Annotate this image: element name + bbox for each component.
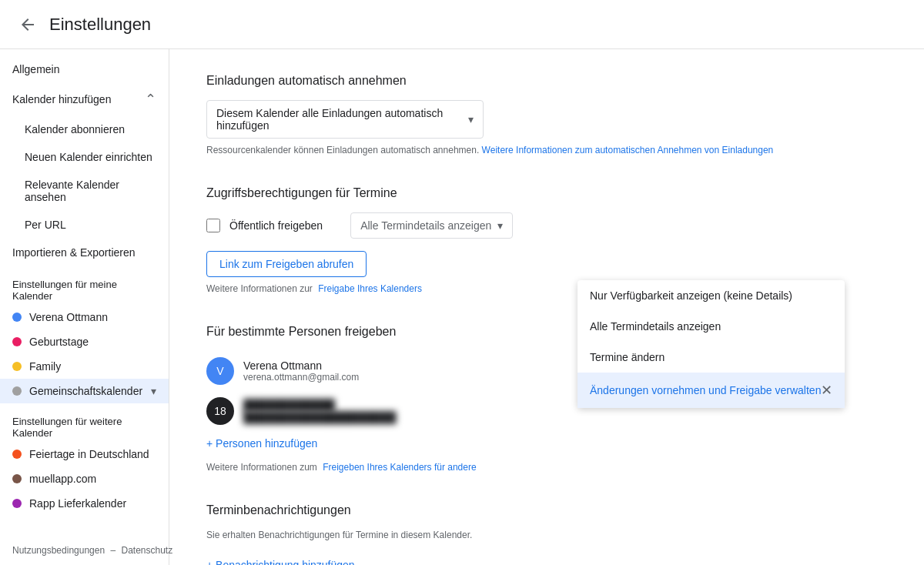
nutzungsbedingungen-link[interactable]: Nutzungsbedingungen <box>12 545 105 556</box>
section-zugriff-title: Zugriffsberechtigungen für Termine <box>206 186 887 200</box>
color-dot-yellow <box>12 362 22 371</box>
sidebar-calendar-rapp[interactable]: Rapp Lieferkalender <box>0 491 169 516</box>
chevron-up-icon: ⌃ <box>145 91 156 108</box>
freigabe-kalender-link[interactable]: Freigabe Ihres Kalenders <box>318 283 422 294</box>
sidebar-calendar-verena[interactable]: Verena Ottmann <box>0 305 169 329</box>
sidebar-calendar-feiertage[interactable]: Feiertage in Deutschland <box>0 442 169 466</box>
sidebar-sub-relevante-kalender[interactable]: Relevante Kalender ansehen <box>0 171 169 211</box>
section-benachrichtigungen-title: Terminbenachrichtigungen <box>206 503 887 517</box>
sidebar-calendar-family[interactable]: Family <box>0 354 169 379</box>
sidebar-calendar-muellapp[interactable]: muellapp.com <box>0 466 169 491</box>
datenschutz-link[interactable]: Datenschutz <box>121 545 172 556</box>
personen-helper: Weitere Informationen zum Freigeben Ihre… <box>206 462 887 473</box>
sidebar-section-weitere-kalender: Einstellungen für weitere Kalender <box>0 403 169 442</box>
oeffentlich-freigeben-row: Öffentlich freigeben Alle Termindetails … <box>206 212 887 239</box>
sidebar-sub-neuen-kalender[interactable]: Neuen Kalender einrichten <box>0 143 169 171</box>
color-dot-grey <box>12 386 22 396</box>
main-content: Einladungen automatisch annehmen Diesem … <box>169 49 924 565</box>
sidebar: Allgemein Kalender hinzufügen ⌃ Kalender… <box>0 49 169 565</box>
sidebar-group-kalender-hinzufuegen[interactable]: Kalender hinzufügen ⌃ <box>0 83 169 115</box>
einladungen-helper: Ressourcenkalender können Einladungen au… <box>206 145 887 155</box>
dropdown-item-termine-aendern[interactable]: Termine ändern <box>578 342 845 373</box>
main-layout: Allgemein Kalender hinzufügen ⌃ Kalender… <box>0 49 924 565</box>
dropdown-item-alle-termindetails[interactable]: Alle Termindetails anzeigen <box>578 311 845 342</box>
color-dot-brown <box>12 474 22 483</box>
sidebar-calendar-geburtstage[interactable]: Geburtstage <box>0 329 169 354</box>
sidebar-section-meine-kalender: Einstellungen für meine Kalender <box>0 266 169 305</box>
color-dot-pink <box>12 337 22 346</box>
einladungen-info-link[interactable]: Weitere Informationen zum automatischen … <box>482 145 774 155</box>
section-zugriff: Zugriffsberechtigungen für Termine Öffen… <box>206 186 887 294</box>
section-einladungen-title: Einladungen automatisch annehmen <box>206 74 887 88</box>
dropdown-right-arrow-icon: ▾ <box>497 219 503 232</box>
oeffentlich-freigeben-checkbox[interactable] <box>206 219 220 232</box>
share-link-button[interactable]: Link zum Freigeben abrufen <box>206 251 367 277</box>
app-header: Einstellungen <box>0 0 924 49</box>
sidebar-item-allgemein[interactable]: Allgemein <box>0 55 169 83</box>
sidebar-calendar-gemeinschaft[interactable]: Gemeinschaftskalender ▾ <box>0 379 169 403</box>
dropdown-item-aenderungen-freigabe[interactable]: Änderungen vornehmen und Freigabe verwal… <box>578 373 845 408</box>
termindetails-dropdown[interactable]: Alle Termindetails anzeigen ▾ <box>350 212 513 239</box>
avatar-verena: V <box>206 357 234 385</box>
add-notification-button[interactable]: + Benachrichtigung hinzufügen <box>206 553 355 565</box>
color-dot-blue <box>12 313 22 322</box>
add-person-button[interactable]: + Personen hinzufügen <box>206 431 317 456</box>
person2-email: ████████████████████ <box>243 411 887 423</box>
page-title: Einstellungen <box>49 15 151 35</box>
freigabe-andere-link[interactable]: Freigeben Ihres Kalenders für andere <box>323 462 476 473</box>
chevron-down-icon: ▾ <box>151 385 156 397</box>
color-dot-orange <box>12 450 22 459</box>
section-einladungen: Einladungen automatisch annehmen Diesem … <box>206 74 887 155</box>
einladungen-dropdown[interactable]: Diesem Kalender alle Einladungen automat… <box>206 100 484 139</box>
dropdown-arrow-icon: ▾ <box>468 113 474 125</box>
dropdown-item-verfuegbarkeit[interactable]: Nur Verfügbarkeit anzeigen (keine Detail… <box>578 280 845 311</box>
benachrichtigungen-helper: Sie erhalten Benachrichtigungen für Term… <box>206 530 887 540</box>
avatar-18: 18 <box>206 397 234 425</box>
sidebar-sub-kalender-abonnieren[interactable]: Kalender abonnieren <box>0 115 169 143</box>
back-button[interactable] <box>12 9 43 40</box>
sidebar-sub-per-url[interactable]: Per URL <box>0 211 169 239</box>
close-dropdown-icon[interactable]: ✕ <box>821 382 832 399</box>
color-dot-purple <box>12 499 22 508</box>
sidebar-item-importieren[interactable]: Importieren & Exportieren <box>0 239 169 266</box>
person-permission-dropdown: Nur Verfügbarkeit anzeigen (keine Detail… <box>578 280 845 408</box>
section-benachrichtigungen: Terminbenachrichtigungen Sie erhalten Be… <box>206 503 887 565</box>
footer: Nutzungsbedingungen – Datenschutz <box>12 545 172 556</box>
